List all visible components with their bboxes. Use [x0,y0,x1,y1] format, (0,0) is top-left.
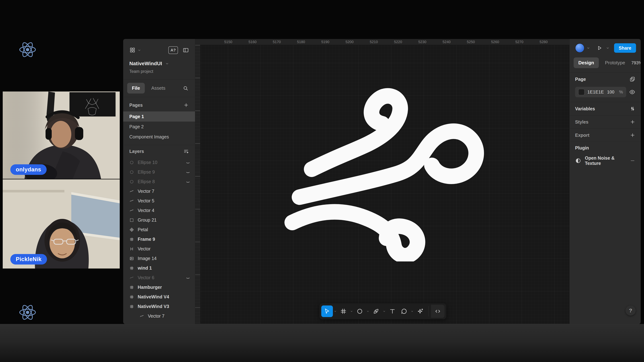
page-grid-icon[interactable] [630,76,635,82]
page-item[interactable]: Page 1 [123,111,195,122]
toolbar-divider [428,306,428,316]
vector-h-icon [129,247,134,251]
frame-icon [129,285,134,290]
chevron-down-icon[interactable] [165,61,169,66]
zoom-level[interactable]: 793% [631,60,641,65]
frame-tool-button[interactable] [338,306,349,317]
tab-assets[interactable]: Assets [146,83,170,93]
ruler-label: 5240 [442,40,450,44]
frame-icon [129,304,134,309]
layer-row[interactable]: Ellipse 8 [123,177,195,186]
wind-logo-artwork[interactable] [283,88,486,261]
dev-mode-toggle[interactable] [431,305,444,318]
tool-chevron-icon[interactable] [333,306,338,317]
chevron-down-icon[interactable] [586,46,590,50]
left-panel: A? NativeWindUI Team project FileAssets … [123,39,195,324]
opacity-value[interactable]: 100 [607,90,614,95]
move-tool-button[interactable] [321,306,333,317]
participant-badge-picklenik: PickleNik [10,254,47,265]
tab-file[interactable]: File [127,83,145,93]
tab-design[interactable]: Design [574,57,599,68]
present-play-icon[interactable] [596,45,602,51]
eye-icon[interactable] [629,89,635,95]
plus-icon[interactable] [630,133,635,138]
webcam-tile-onlydans: onlydans [3,91,120,179]
shape-tool-button[interactable] [354,306,366,317]
tool-chevron-icon[interactable] [349,306,354,317]
plugin-item[interactable]: Open Noise & Texture [570,154,641,168]
share-button[interactable]: Share [614,43,636,53]
hidden-eye-icon[interactable] [186,160,190,165]
layer-row[interactable]: Vector 5 [123,321,195,324]
remove-plugin-icon[interactable] [630,158,635,164]
tool-chevron-icon[interactable] [410,306,414,317]
tool-bar [320,303,446,319]
color-hex-value[interactable]: 1E1E1E [588,90,604,95]
layer-row[interactable]: NativeWind V4 [123,292,195,302]
layer-row[interactable]: Vector 6 [123,273,195,282]
layer-row[interactable]: wind 1 [123,263,195,273]
layer-options-icon[interactable] [184,149,189,154]
vector-icon [140,323,144,324]
sliders-icon[interactable] [630,106,635,111]
file-assets-tabs: FileAssets [123,80,195,97]
layer-row[interactable]: Petal [123,225,195,234]
spellcheck-badge[interactable]: A? [168,46,178,54]
main-menu-icon[interactable] [129,47,136,53]
layer-name: Vector 7 [148,314,164,319]
hidden-eye-icon[interactable] [186,170,190,175]
layer-row[interactable]: Vector 7 [123,186,195,196]
layer-name: Vector 5 [138,198,154,203]
person-2-face [50,228,75,258]
sidebar-toggle-icon[interactable] [183,47,189,53]
layer-row[interactable]: Vector 4 [123,206,195,215]
section-title: Styles [575,119,588,125]
page-item[interactable]: Component Images [123,132,195,142]
layer-row[interactable]: Ellipse 10 [123,158,195,167]
layer-row[interactable]: Vector [123,244,195,254]
layer-row[interactable]: Vector 7 [123,311,195,321]
layers-header: Layers [123,145,195,158]
page-color-row: 1E1E1E 100 % [570,86,641,102]
tool-chevron-icon[interactable] [382,306,386,317]
chevron-down-icon[interactable] [606,46,610,50]
layer-row[interactable]: Frame 9 [123,234,195,244]
section-export: Export [570,129,641,142]
page-color-input[interactable]: 1E1E1E 100 % [575,87,626,97]
tool-chevron-icon[interactable] [366,306,370,317]
text-tool-button[interactable] [386,306,398,317]
layer-row[interactable]: Image 14 [123,254,195,263]
plugin-title: Plugin [575,145,589,151]
layer-row[interactable]: Group 21 [123,215,195,225]
plus-icon[interactable] [630,119,635,125]
vector-icon [129,189,134,194]
plugin-item-label[interactable]: Open Noise & Texture [585,156,622,166]
page-section-title: Page [575,77,586,82]
tab-prototype[interactable]: Prototype [600,57,630,68]
react-logo-bottom [18,303,37,322]
help-button[interactable]: ? [626,306,636,316]
group-icon [129,218,134,222]
chevron-down-icon[interactable] [137,48,141,52]
ruler-label: 5150 [224,40,232,44]
layer-row[interactable]: NativeWind V3 [123,302,195,311]
project-title[interactable]: NativeWindUI [129,61,162,66]
add-page-icon[interactable] [184,102,189,108]
page-item[interactable]: Page 2 [123,122,195,132]
comment-tool-button[interactable] [398,306,410,317]
avatar[interactable] [575,43,584,53]
layer-row[interactable]: Vector 5 [123,196,195,206]
pen-tool-button[interactable] [370,306,382,317]
hidden-eye-icon[interactable] [186,179,190,184]
layer-row[interactable]: Ellipse 9 [123,167,195,177]
canvas[interactable] [195,45,570,324]
layer-name: wind 1 [138,265,152,271]
actions-tool-button[interactable] [414,306,426,317]
layer-row[interactable]: Hamburger [123,282,195,292]
hidden-eye-icon[interactable] [186,275,190,280]
search-icon[interactable] [183,85,188,91]
color-swatch[interactable] [578,89,584,95]
ruler-label: 5270 [516,40,524,44]
ellipse-icon [129,160,134,165]
layer-name: Frame 9 [138,237,155,242]
